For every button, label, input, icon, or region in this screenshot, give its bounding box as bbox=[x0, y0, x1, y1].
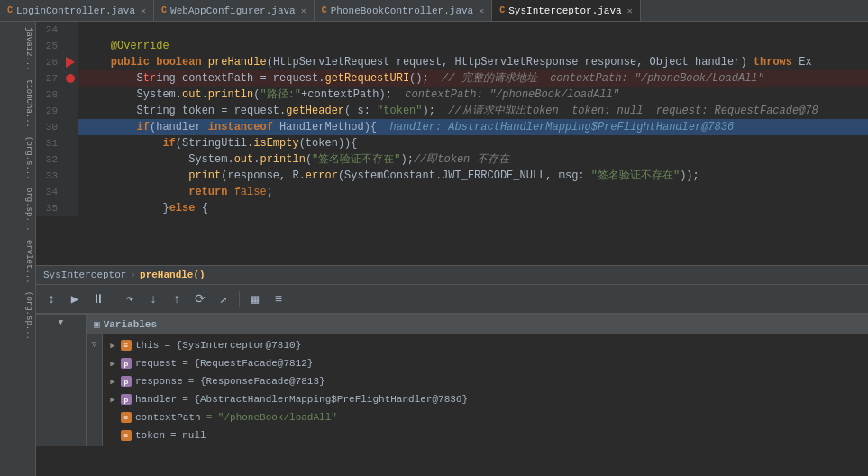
tab-close-webapp[interactable]: ✕ bbox=[301, 5, 306, 16]
line-content-33: print(response, R.error(SystemConstant.J… bbox=[78, 168, 868, 184]
debug-btn-resume[interactable]: ▶ bbox=[65, 289, 85, 309]
variables-header: ▣ Variables bbox=[87, 315, 868, 334]
var-expand-request[interactable]: ▶ bbox=[106, 357, 119, 370]
variables-title: Variables bbox=[104, 319, 157, 330]
var-value-contextpath: = "/phoneBook/loadAll" bbox=[206, 412, 337, 423]
line-num-27: 27 bbox=[36, 70, 63, 87]
var-item-contextpath[interactable]: ▶ ≡ contextPath = "/phoneBook/loadAll" bbox=[103, 408, 868, 426]
debug-toolbar: ↕ ▶ ⏸ ↷ ↓ ↑ ⟳ ↗ ▦ ≡ bbox=[36, 285, 868, 314]
tab-phonebook[interactable]: C PhoneBookController.java ✕ bbox=[315, 0, 492, 21]
debug-btn-runtopos[interactable]: ⟳ bbox=[190, 289, 210, 309]
code-line-32: 32 System.out.println("签名验证不存在");//即toke… bbox=[36, 151, 868, 168]
line-content-34: return false; bbox=[78, 184, 868, 200]
line-gutter-32 bbox=[63, 151, 78, 168]
var-value-handler: = {AbstractHandlerMapping$PreFlightHandl… bbox=[182, 394, 468, 405]
left-label-1[interactable]: java12... bbox=[0, 23, 35, 75]
var-list[interactable]: ▶ ≡ this = {SysInterceptor@7810} ▶ p req… bbox=[103, 334, 868, 446]
line-num-30: 30 bbox=[36, 119, 63, 135]
var-item-token[interactable]: ▶ ≡ token = null bbox=[103, 426, 868, 444]
debug-btn-evaluate[interactable]: ↗ bbox=[214, 289, 233, 309]
var-name-request: request bbox=[135, 358, 177, 369]
breadcrumb-class: SysInterceptor bbox=[43, 270, 126, 280]
debug-btn-stepout[interactable]: ↑ bbox=[167, 289, 187, 309]
line-gutter-30 bbox=[63, 119, 78, 135]
var-icon-token: ≡ bbox=[121, 430, 132, 441]
tab-close-login[interactable]: ✕ bbox=[141, 5, 146, 16]
line-gutter-35 bbox=[63, 200, 78, 216]
tab-icon-sysinterceptor: C bbox=[499, 5, 505, 15]
kw-boolean: boolean bbox=[156, 56, 201, 69]
method-prehandle: preHandle bbox=[208, 56, 267, 69]
breadcrumb-bar: SysInterceptor › preHandle() bbox=[36, 265, 868, 285]
var-item-response[interactable]: ▶ p response = {ResponseFacade@7813} bbox=[103, 372, 868, 390]
line-gutter-28 bbox=[63, 87, 78, 103]
var-value-token: = null bbox=[170, 430, 206, 441]
var-expand-this[interactable]: ▶ bbox=[106, 339, 119, 352]
code-line-28: 28 System.out.println("路径:"+contextPath)… bbox=[36, 87, 868, 103]
debug-btn-threads[interactable]: ≡ bbox=[269, 289, 288, 309]
bottom-left-panel: ▼ bbox=[36, 315, 87, 446]
line-content-35: }else { bbox=[78, 200, 868, 216]
tab-webapp[interactable]: C WebAppConfigurer.java ✕ bbox=[154, 0, 315, 21]
tab-label-phonebook: PhoneBookController.java bbox=[331, 5, 473, 16]
var-icon-handler: p bbox=[121, 394, 132, 405]
line-gutter-24 bbox=[63, 22, 78, 38]
line-num-34: 34 bbox=[36, 184, 63, 200]
code-line-24: 24 bbox=[36, 22, 868, 38]
code-line-26: 26 public boolean preHandle(HttpServletR… bbox=[36, 54, 868, 70]
main-layout: java12... tionCha... (org.s... org.sp...… bbox=[0, 22, 868, 476]
line-gutter-29 bbox=[63, 103, 78, 119]
debug-btn-frames[interactable]: ▦ bbox=[245, 289, 265, 309]
line-content-31: if(StringUtil.isEmpty(token)){ bbox=[78, 135, 868, 151]
variables-panel: ▣ Variables ▽ ▶ ≡ this = {SysInterceptor… bbox=[87, 315, 868, 446]
var-filter-btn[interactable]: ▽ bbox=[88, 338, 101, 351]
tab-login[interactable]: C LoginController.java ✕ bbox=[0, 0, 154, 21]
var-icon-response: p bbox=[121, 376, 132, 387]
tab-icon-login: C bbox=[7, 5, 13, 15]
var-item-request[interactable]: ▶ p request = {RequestFacade@7812} bbox=[103, 354, 868, 372]
var-icon-request: p bbox=[121, 358, 132, 369]
left-label-3[interactable]: (org.s... bbox=[0, 133, 35, 184]
debug-arrow bbox=[66, 57, 75, 68]
tab-bar: C LoginController.java ✕ C WebAppConfigu… bbox=[0, 0, 868, 22]
var-name-this: this bbox=[135, 340, 159, 351]
debug-btn-pause[interactable]: ⏸ bbox=[88, 289, 108, 309]
var-value-this: = {SysInterceptor@7810} bbox=[164, 340, 301, 351]
var-item-this[interactable]: ▶ ≡ this = {SysInterceptor@7810} bbox=[103, 336, 868, 354]
line-content-25: @Override bbox=[78, 38, 868, 54]
line-content-28: System.out.println("路径:"+contextPath); c… bbox=[78, 87, 868, 103]
debug-btn-stepinto[interactable]: ↓ bbox=[143, 289, 163, 309]
variables-icon: ▣ bbox=[94, 318, 100, 330]
line-gutter-34 bbox=[63, 184, 78, 200]
main-content: 24 25 @Override 26 public bo bbox=[36, 22, 868, 476]
var-name-contextpath: contextPath bbox=[135, 412, 201, 423]
tab-close-phonebook[interactable]: ✕ bbox=[479, 5, 484, 16]
line-content-30: if(handler instanceof HandlerMethod){ ha… bbox=[78, 119, 868, 135]
tab-label-sysinterceptor: SysInterceptor.java bbox=[508, 5, 621, 16]
code-line-34: 34 return false; bbox=[36, 184, 868, 200]
bottom-left-label-1[interactable]: ▼ bbox=[55, 316, 68, 329]
kw-public: public bbox=[111, 56, 150, 69]
code-lines: 24 25 @Override 26 public bo bbox=[36, 22, 868, 216]
line-content-32: System.out.println("签名验证不存在");//即token 不… bbox=[78, 151, 868, 168]
var-expand-handler[interactable]: ▶ bbox=[106, 393, 119, 406]
editor-area[interactable]: 24 25 @Override 26 public bo bbox=[36, 22, 868, 265]
tab-label-webapp: WebAppConfigurer.java bbox=[170, 5, 296, 16]
line-content-27: String contextPath = request.getRequestU… bbox=[78, 70, 868, 87]
left-label-2[interactable]: tionCha... bbox=[0, 76, 35, 132]
line-num-35: 35 bbox=[36, 200, 63, 216]
left-label-5[interactable]: ervlet... bbox=[0, 236, 35, 288]
tab-sysinterceptor[interactable]: C SysInterceptor.java ✕ bbox=[492, 0, 640, 21]
left-label-6[interactable]: (org.sp... bbox=[0, 288, 35, 343]
annotation-override: @Override bbox=[111, 40, 169, 52]
debug-btn-rerun[interactable]: ↕ bbox=[41, 289, 61, 309]
debug-btn-stepover[interactable]: ↷ bbox=[120, 289, 140, 309]
breakpoint-27 bbox=[66, 74, 75, 83]
left-label-4[interactable]: org.sp... bbox=[0, 184, 35, 235]
var-item-handler[interactable]: ▶ p handler = {AbstractHandlerMapping$Pr… bbox=[103, 390, 868, 408]
breadcrumb-method: preHandle() bbox=[140, 270, 206, 280]
var-name-handler: handler bbox=[135, 394, 177, 405]
var-expand-response[interactable]: ▶ bbox=[106, 375, 119, 388]
tab-close-sysinterceptor[interactable]: ✕ bbox=[627, 5, 633, 16]
code-line-33: 33 print(response, R.error(SystemConstan… bbox=[36, 168, 868, 184]
